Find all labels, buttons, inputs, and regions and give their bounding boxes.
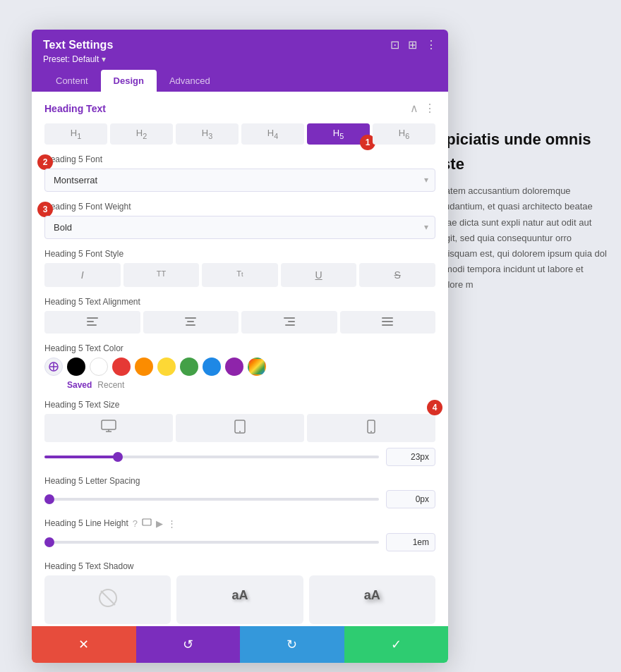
cancel-icon: ✕ (78, 637, 89, 652)
color-tabs: Saved Recent (67, 380, 435, 390)
tab-h6[interactable]: H6 (373, 123, 435, 145)
redo-icon: ↻ (287, 637, 297, 652)
svg-rect-7 (288, 321, 295, 322)
size-slider-thumb[interactable] (113, 452, 123, 462)
h5-tab-wrap: H5 1 (307, 123, 370, 145)
panel-preset[interactable]: Preset: Default ▾ (43, 54, 437, 64)
heading-text-section: Heading Text ∧ ⋮ H1 H2 H3 H4 (32, 92, 448, 663)
svg-rect-6 (284, 317, 295, 319)
section-actions: ∧ ⋮ (410, 102, 435, 115)
color-green[interactable] (180, 358, 198, 376)
italic-btn[interactable]: I (44, 263, 121, 287)
tab-h4[interactable]: H4 (241, 123, 304, 145)
weight-select[interactable]: Bold (44, 216, 435, 239)
save-button[interactable]: ✓ (344, 626, 449, 663)
shadow-none-btn[interactable] (44, 575, 171, 624)
line-more-icon[interactable]: ⋮ (167, 518, 176, 529)
tab-h2[interactable]: H2 (110, 123, 173, 145)
font-field: Heading 5 Font 2 Montserrat ▾ (44, 154, 435, 192)
size-field: Heading 5 Text Size (44, 400, 435, 466)
align-center-btn[interactable] (143, 311, 239, 334)
size-slider-row: 4 (44, 448, 435, 466)
svg-rect-1 (87, 321, 94, 322)
line-height-field: Heading 5 Line Height ? ▶ ⋮ (44, 518, 435, 551)
svg-rect-22 (143, 519, 151, 525)
color-black[interactable] (67, 358, 85, 376)
svg-line-24 (101, 591, 115, 605)
line-slider-track[interactable] (44, 541, 379, 544)
svg-rect-2 (87, 324, 97, 326)
reset-button[interactable]: ↺ (136, 626, 241, 663)
tab-design[interactable]: Design (101, 70, 157, 92)
color-custom[interactable] (248, 358, 266, 376)
cancel-button[interactable]: ✕ (32, 626, 136, 663)
align-left-btn[interactable] (44, 311, 140, 334)
capitalize-btn[interactable]: Tt (202, 263, 278, 287)
save-icon: ✓ (391, 637, 402, 652)
split-icon[interactable]: ⊞ (408, 38, 417, 51)
mobile-btn[interactable] (307, 414, 435, 442)
heading-level-tabs: H1 H2 H3 H4 H5 1 H6 (44, 123, 435, 145)
tablet-btn[interactable] (176, 414, 304, 442)
line-arrow-icon[interactable]: ▶ (156, 518, 163, 529)
line-slider-row (44, 533, 435, 551)
style-field: Heading 5 Font Style I TT Tt U S (44, 249, 435, 287)
desktop-btn[interactable] (44, 414, 173, 442)
letter-slider-track[interactable] (44, 498, 379, 501)
badge-2: 2 (37, 154, 53, 170)
font-select[interactable]: Montserrat (44, 169, 435, 192)
size-input[interactable] (386, 448, 435, 466)
underline-btn[interactable]: U (281, 263, 357, 287)
line-input[interactable] (386, 533, 435, 551)
section-more-icon[interactable]: ⋮ (424, 102, 435, 115)
line-label: Heading 5 Line Height ? ▶ ⋮ (44, 518, 435, 529)
tab-h1[interactable]: H1 (44, 123, 107, 145)
line-slider-thumb[interactable] (44, 537, 54, 547)
svg-point-19 (239, 431, 241, 432)
section-header: Heading Text ∧ ⋮ (44, 102, 435, 115)
panel-tabs: Content Design Advanced (43, 70, 437, 92)
color-picker-btn[interactable] (44, 358, 63, 376)
panel-header: Text Settings ⊡ ⊞ ⋮ Preset: Default ▾ Co… (32, 30, 448, 92)
align-right-btn[interactable] (241, 311, 337, 334)
uppercase-btn[interactable]: TT (123, 263, 200, 287)
shadow-style1-btn[interactable]: aA (176, 575, 303, 624)
svg-rect-8 (285, 324, 295, 326)
color-orange[interactable] (135, 358, 153, 376)
redo-button[interactable]: ↻ (240, 626, 344, 663)
tab-h3[interactable]: H3 (176, 123, 239, 145)
align-justify-btn[interactable] (340, 311, 436, 334)
color-saved-tab[interactable]: Saved (67, 380, 92, 390)
color-red[interactable] (112, 358, 131, 376)
badge-4: 4 (427, 400, 442, 415)
more-icon[interactable]: ⋮ (426, 38, 437, 51)
strikethrough-btn[interactable]: S (359, 263, 435, 287)
color-purple[interactable] (225, 358, 243, 376)
tab-h5[interactable]: H5 1 (307, 123, 370, 145)
color-blue[interactable] (203, 358, 221, 376)
font-select-wrap: Montserrat ▾ (44, 169, 435, 192)
shadow-style2-btn[interactable]: aA (309, 575, 435, 624)
size-slider-track[interactable] (44, 456, 379, 458)
tab-content[interactable]: Content (43, 70, 101, 92)
line-device-icon[interactable] (142, 518, 152, 529)
fullscreen-icon[interactable]: ⊡ (390, 38, 399, 51)
collapse-icon[interactable]: ∧ (410, 102, 418, 115)
line-help-icon[interactable]: ? (133, 518, 138, 529)
color-white[interactable] (90, 358, 108, 376)
align-field: Heading 5 Text Alignment (44, 297, 435, 334)
letter-input[interactable] (386, 490, 435, 508)
h2-tab-wrap: H2 (110, 123, 173, 145)
color-yellow[interactable] (157, 358, 176, 376)
color-swatches (44, 358, 435, 376)
align-label: Heading 5 Text Alignment (44, 297, 435, 307)
shadow-cards: aA aA (44, 575, 435, 624)
color-recent-tab[interactable]: Recent (97, 380, 124, 390)
size-slider-fill (44, 456, 118, 458)
letter-slider-thumb[interactable] (44, 494, 54, 504)
bg-heading: spiciatis unde omnis iste (438, 127, 607, 176)
panel-body: Heading Text ∧ ⋮ H1 H2 H3 H4 (32, 92, 448, 663)
device-row (44, 414, 435, 442)
style-label: Heading 5 Font Style (44, 249, 435, 259)
tab-advanced[interactable]: Advanced (157, 70, 223, 92)
